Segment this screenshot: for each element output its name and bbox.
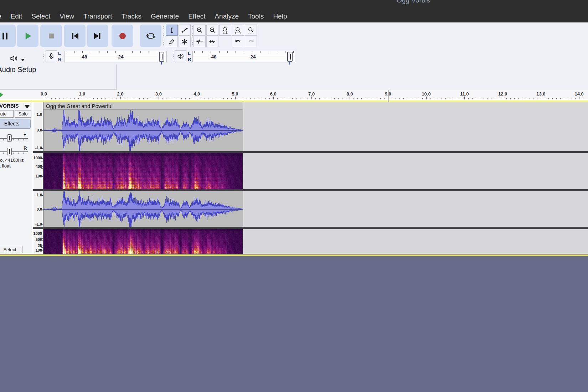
scale-label-spec1: 1000: [31, 156, 42, 160]
multi-tool-button[interactable]: [179, 36, 191, 47]
timeline-tick: [51, 98, 52, 99]
scale-label-spec2: 1000: [31, 231, 42, 236]
timeline-tick: [163, 98, 163, 99]
zoom-out-button[interactable]: [206, 25, 218, 36]
menu-generate[interactable]: Generate: [151, 12, 179, 20]
timeline-tick: [464, 97, 465, 99]
effects-button[interactable]: Effects: [0, 119, 31, 129]
meter-tick: [157, 51, 157, 53]
record-meter-right-label: R: [58, 57, 61, 62]
timeline-tick: [93, 98, 94, 99]
playback-meter-speaker-button[interactable]: [175, 50, 186, 62]
toolbar-grip[interactable]: [42, 50, 45, 62]
timeline-tick: [181, 98, 182, 99]
meter-tick: [236, 51, 236, 53]
playback-meter-scale--24: -24: [249, 54, 256, 60]
selection-tool-button[interactable]: [166, 25, 178, 36]
playback-meter[interactable]: -48 -24: [192, 51, 295, 62]
draw-tool-button[interactable]: [166, 36, 178, 47]
pan-slider-thumb[interactable]: [7, 148, 12, 155]
menu-help[interactable]: Help: [273, 12, 287, 20]
undo-icon: [234, 38, 242, 46]
track-menu-arrow-icon[interactable]: [24, 105, 30, 108]
mute-button[interactable]: Mute: [0, 110, 14, 118]
stop-button[interactable]: [40, 25, 62, 47]
timeline-tick: [151, 98, 151, 99]
skip-to-start-button[interactable]: [64, 25, 86, 47]
spectrogram-ch2-canvas[interactable]: [43, 229, 243, 254]
timeline-tick: [212, 98, 212, 99]
record-meter-mic-button[interactable]: [46, 50, 57, 62]
fit-selection-button[interactable]: [219, 25, 231, 36]
solo-button[interactable]: Solo: [15, 110, 31, 118]
stop-icon: [46, 31, 57, 41]
timeline-pin-icon[interactable]: [0, 92, 3, 98]
toolbar-grip[interactable]: [163, 26, 165, 46]
timeline-tick: [82, 97, 82, 99]
meter-tick: [285, 51, 285, 53]
record-volume-slider[interactable]: [159, 52, 164, 62]
timeline-tick: [396, 98, 396, 99]
select-button[interactable]: Select: [0, 246, 22, 253]
silence-audio-button[interactable]: [206, 36, 218, 47]
redo-button[interactable]: [245, 36, 257, 47]
play-button[interactable]: [17, 25, 38, 47]
timeline-ruler[interactable]: 0.01.02.03.04.05.06.07.08.09.010.011.012…: [0, 90, 588, 100]
timeline-tick: [193, 98, 193, 99]
timeline-tick: [74, 98, 75, 99]
undo-button[interactable]: [232, 36, 244, 47]
title-bar[interactable]: Ogg Vorbis: [0, 0, 588, 10]
timeline-tick: [579, 97, 579, 99]
multi-tool-icon: [181, 38, 189, 46]
timeline-tick: [334, 98, 335, 99]
timeline-label: 2.0: [113, 91, 128, 97]
menu-tools[interactable]: Tools: [248, 12, 264, 20]
timeline-tick: [289, 98, 289, 99]
timeline-label: 12.0: [495, 91, 511, 97]
scale-tick: [42, 225, 43, 225]
timeline-tick: [273, 97, 274, 99]
record-meter[interactable]: -48 -24: [64, 51, 167, 62]
audio-setup-button[interactable]: Audio Setup: [0, 53, 38, 79]
timeline-tick: [495, 98, 495, 99]
menu-select[interactable]: Select: [31, 12, 50, 20]
meter-tick: [293, 51, 294, 53]
timeline-tick: [480, 98, 480, 99]
fit-selection-icon: [221, 26, 229, 34]
zoom-in-icon: [196, 26, 203, 34]
timeline-tick: [399, 98, 400, 99]
menu-analyze[interactable]: Analyze: [215, 12, 239, 20]
menu-tracks[interactable]: Tracks: [122, 12, 141, 20]
pause-icon: [0, 31, 10, 41]
pause-button[interactable]: [0, 25, 16, 47]
zoom-toggle-button[interactable]: [245, 25, 257, 36]
menu-edit[interactable]: Edit: [11, 12, 22, 20]
menu-effect[interactable]: Effect: [188, 12, 205, 20]
scale-label-wave2: -1.0: [31, 222, 42, 226]
record-button[interactable]: [112, 25, 133, 47]
loop-button[interactable]: [140, 25, 161, 47]
clip-header[interactable]: Ogg the Great and Powerful: [43, 102, 243, 110]
menu-view[interactable]: View: [60, 12, 74, 20]
gain-slider-thumb[interactable]: [7, 134, 12, 142]
playback-volume-slider[interactable]: [287, 52, 293, 62]
record-icon: [117, 31, 128, 41]
menu-file[interactable]: File: [0, 12, 1, 20]
timeline-tick: [166, 98, 166, 99]
waveform-ch1-canvas[interactable]: [43, 110, 243, 151]
timeline-tick: [235, 97, 236, 99]
scale-minor-tick: [41, 163, 43, 163]
workspace-background[interactable]: [0, 256, 588, 392]
envelope-tool-button[interactable]: [179, 25, 191, 36]
zoom-in-button[interactable]: [194, 25, 206, 36]
trim-audio-button[interactable]: [194, 36, 206, 47]
spectrogram-ch1-canvas[interactable]: [43, 153, 243, 189]
timeline-tick: [311, 97, 312, 99]
menu-transport[interactable]: Transport: [83, 12, 112, 20]
fit-project-button[interactable]: [232, 25, 244, 36]
skip-to-end-button[interactable]: [87, 25, 108, 47]
waveform-ch2-canvas[interactable]: [43, 191, 243, 227]
meter-tick: [115, 51, 116, 53]
selection-tool-icon: [168, 26, 176, 34]
scale-label-wave1: -1.0: [31, 146, 42, 150]
